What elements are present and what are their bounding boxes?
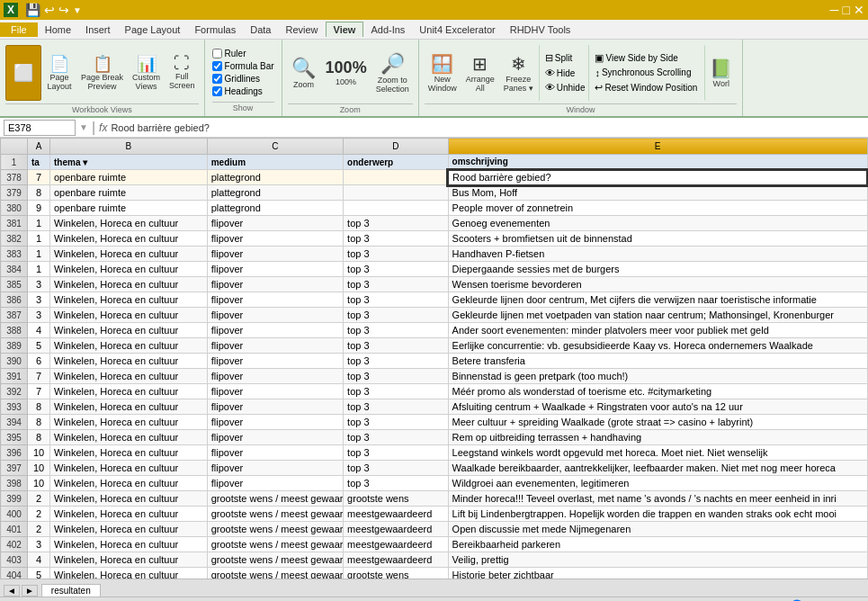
workbook-btn[interactable]: 📗 Worl	[704, 45, 737, 101]
cell-d[interactable]: meestgewaardeerd	[344, 552, 448, 568]
cell-b[interactable]: Winkelen, Horeca en cultuur	[50, 476, 208, 491]
cell-d[interactable]: top 3	[344, 445, 448, 461]
cell-d[interactable]	[344, 201, 448, 216]
reset-window-btn[interactable]: ↩ Reset Window Position	[593, 81, 699, 94]
cell-c[interactable]: grootste wens / meest gewaardeerd	[207, 522, 343, 537]
cell-a[interactable]: 2	[28, 507, 50, 522]
cell-e[interactable]: Ander soort evenementen: minder platvole…	[448, 323, 867, 338]
cell-a[interactable]: 10	[28, 461, 50, 476]
cell-e[interactable]: Gekleurde lijnen met voetpaden van stati…	[448, 308, 867, 323]
redo-btn[interactable]: ↪	[58, 3, 69, 17]
col-header-c[interactable]: C	[207, 139, 343, 155]
menu-rhdhv[interactable]: RHDHV Tools	[503, 22, 578, 37]
zoom-100-btn[interactable]: 100% 100%	[322, 45, 371, 101]
cell-d[interactable]: top 3	[344, 476, 448, 491]
cell-b[interactable]: openbare ruimte	[50, 185, 208, 201]
cell-e[interactable]: Meer cultuur + spreiding Waalkade (grote…	[448, 415, 867, 430]
cell-b[interactable]: Winkelen, Horeca en cultuur	[50, 231, 208, 247]
cell-c[interactable]: flipover	[207, 445, 343, 461]
cell-e[interactable]: Bereikbaarheid parkeren	[448, 537, 867, 552]
cell-e[interactable]: Lift bij Lindenbergtrappen. Hopelijk wor…	[448, 507, 867, 522]
cell-d[interactable]: top 3	[344, 415, 448, 430]
cell-e[interactable]: Waalkade bereikbaarder, aantrekkelijker,…	[448, 461, 867, 476]
cell-e[interactable]: Rem op uitbreiding terrassen + handhavin…	[448, 430, 867, 445]
cell-d[interactable]: top 3	[344, 354, 448, 369]
cell-e[interactable]: Diepergaande sessies met de burgers	[448, 262, 867, 277]
cell-a[interactable]: 1	[28, 216, 50, 231]
cell-d[interactable]: top 3	[344, 461, 448, 476]
cell-d[interactable]: meestgewaardeerd	[344, 522, 448, 537]
cell-c[interactable]: flipover	[207, 323, 343, 338]
split-btn[interactable]: ⊟ Split	[543, 51, 587, 65]
cell-a[interactable]: 3	[28, 308, 50, 323]
menu-formulas[interactable]: Formulas	[187, 22, 243, 37]
sync-scroll-btn[interactable]: ↕ Synchronous Scrolling	[593, 67, 699, 79]
formula-fx[interactable]: fx	[99, 121, 107, 134]
cell-e[interactable]: Leegstand winkels wordt opgevuld met hor…	[448, 445, 867, 461]
cell-c[interactable]: flipover	[207, 384, 343, 399]
col-header-b[interactable]: B	[50, 139, 208, 155]
cell-a[interactable]: 4	[28, 552, 50, 568]
cell-a[interactable]: 5	[28, 338, 50, 354]
window-close[interactable]: ✕	[854, 3, 864, 17]
cell-e[interactable]: Minder horeca!!! Teveel overlast, met na…	[448, 491, 867, 507]
cell-d[interactable]: top 3	[344, 399, 448, 415]
cell-b[interactable]: Winkelen, Horeca en cultuur	[50, 430, 208, 445]
cell-c[interactable]: flipover	[207, 247, 343, 262]
cell-d[interactable]: top 3	[344, 262, 448, 277]
cell-c[interactable]: flipover	[207, 430, 343, 445]
cell-b[interactable]: Winkelen, Horeca en cultuur	[50, 537, 208, 552]
cell-c[interactable]: flipover	[207, 476, 343, 491]
headings-checkbox[interactable]: Headings	[212, 86, 274, 96]
cell-c[interactable]: grootste wens / meest gewaardeerd	[207, 507, 343, 522]
menu-unit4[interactable]: Unit4 Excelerator	[412, 22, 502, 37]
hide-btn[interactable]: 👁 Hide	[543, 67, 587, 79]
cell-a[interactable]: 6	[28, 354, 50, 369]
gridlines-checkbox[interactable]: Gridlines	[212, 74, 274, 84]
save-btn[interactable]: 💾	[25, 3, 40, 17]
col-header-d[interactable]: D	[344, 139, 448, 155]
cell-b[interactable]: Winkelen, Horeca en cultuur	[50, 216, 208, 231]
cell-e[interactable]: Eerlijke concurrentie: vb. gesubsidieerd…	[448, 338, 867, 354]
cell-d[interactable]: top 3	[344, 323, 448, 338]
cell-d[interactable]: top 3	[344, 292, 448, 308]
cell-b[interactable]: Winkelen, Horeca en cultuur	[50, 292, 208, 308]
full-screen-btn[interactable]: ⛶ FullScreen	[166, 45, 199, 101]
cell-a[interactable]: 8	[28, 399, 50, 415]
cell-b[interactable]: Winkelen, Horeca en cultuur	[50, 445, 208, 461]
qa-dropdown[interactable]: ▼	[73, 5, 82, 15]
cell-a[interactable]: 10	[28, 476, 50, 491]
cell-e[interactable]: Scooters + bromfietsen uit de binnenstad	[448, 231, 867, 247]
sheet-tab-resultaten[interactable]: resultaten	[41, 584, 101, 597]
cell-e[interactable]: Betere transferia	[448, 354, 867, 369]
cell-d[interactable]: grootste wens	[344, 491, 448, 507]
cell-c[interactable]: flipover	[207, 231, 343, 247]
normal-view-btn[interactable]: ⬜	[5, 45, 41, 101]
cell-b[interactable]: Winkelen, Horeca en cultuur	[50, 384, 208, 399]
cell-d[interactable]: meestgewaardeerd	[344, 507, 448, 522]
cell-c[interactable]: flipover	[207, 308, 343, 323]
cell-a[interactable]: 2	[28, 491, 50, 507]
cell-a[interactable]: 1	[28, 247, 50, 262]
cell-d[interactable]: top 3	[344, 216, 448, 231]
cell-c[interactable]: grootste wens / meest gewaardeerd	[207, 568, 343, 579]
cell-c[interactable]: plattegrond	[207, 185, 343, 201]
menu-review[interactable]: Review	[278, 22, 325, 37]
cell-c[interactable]: flipover	[207, 277, 343, 292]
cell-d[interactable]: top 3	[344, 430, 448, 445]
cell-c[interactable]: flipover	[207, 338, 343, 354]
cell-e[interactable]: Gekleurde lijnen door centrum, Met cijfe…	[448, 292, 867, 308]
cell-c[interactable]: plattegrond	[207, 201, 343, 216]
cell-b[interactable]: Winkelen, Horeca en cultuur	[50, 338, 208, 354]
cell-c[interactable]: flipover	[207, 354, 343, 369]
cell-d[interactable]	[344, 185, 448, 201]
cell-a[interactable]: 2	[28, 522, 50, 537]
formula-input[interactable]	[111, 122, 864, 133]
arrange-all-btn[interactable]: ⊞ ArrangeAll	[462, 45, 498, 101]
formula-bar-checkbox[interactable]: Formula Bar	[212, 61, 274, 71]
view-side-by-side-btn[interactable]: ▣ View Side by Side	[593, 51, 699, 65]
menu-home[interactable]: Home	[38, 22, 78, 37]
cell-b[interactable]: Winkelen, Horeca en cultuur	[50, 552, 208, 568]
window-restore[interactable]: □	[843, 3, 850, 17]
page-layout-btn[interactable]: 📄 PageLayout	[43, 45, 76, 101]
